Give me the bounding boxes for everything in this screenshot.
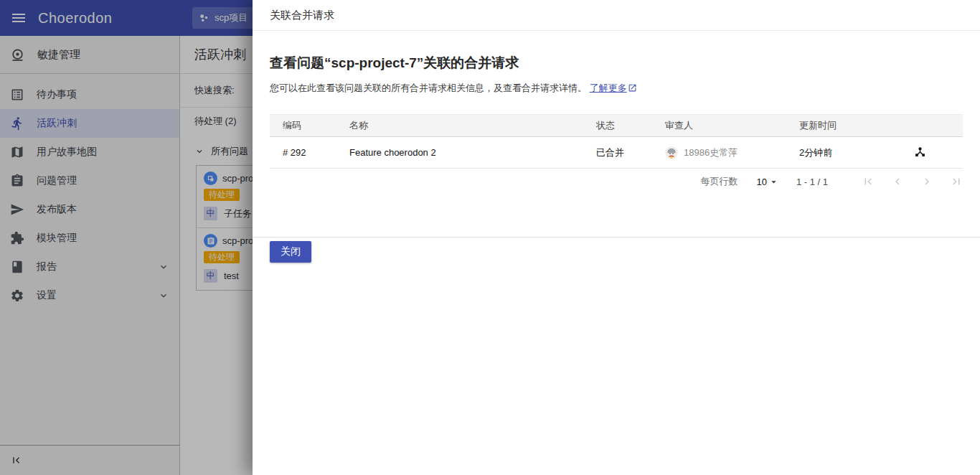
choerodon-app: Choerodon scp项目 敏捷管理 xyxy=(0,0,980,475)
drawer-title: 关联合并请求 xyxy=(270,9,334,22)
first-page-icon[interactable] xyxy=(862,175,875,188)
dropdown-caret-icon xyxy=(768,177,779,187)
table-header-row: 编码 名称 状态 审查人 更新时间 xyxy=(270,115,963,137)
learn-more-link[interactable]: 了解更多 xyxy=(590,83,637,93)
rows-per-page-label: 每页行数 xyxy=(700,175,738,188)
section-description: 您可以在此查看该问题关联的所有合并请求相关信息，及查看合并请求详情。 了解更多 xyxy=(270,82,963,95)
reviewer-cell: 18986史常萍 xyxy=(665,146,786,159)
open-in-new-icon xyxy=(628,83,637,93)
table-row: # 292 Feature choerodon 2 已合并 18986史常萍 xyxy=(270,137,963,169)
avatar xyxy=(665,146,678,159)
column-header-actions xyxy=(901,115,963,137)
page-size-value: 10 xyxy=(756,177,766,187)
next-page-icon[interactable] xyxy=(920,175,933,188)
description-text: 您可以在此查看该问题关联的所有合并请求相关信息，及查看合并请求详情。 xyxy=(270,83,587,93)
column-header-status: 状态 xyxy=(583,115,652,137)
branch-icon[interactable] xyxy=(914,146,926,158)
section-title: 查看问题“scp-project-7”关联的合并请求 xyxy=(270,54,963,72)
linked-merge-request-drawer: 关联合并请求 查看问题“scp-project-7”关联的合并请求 您可以在此查… xyxy=(253,0,980,475)
column-header-code: 编码 xyxy=(270,115,336,137)
drawer-body: 查看问题“scp-project-7”关联的合并请求 您可以在此查看该问题关联的… xyxy=(253,54,980,194)
column-header-name: 名称 xyxy=(336,115,583,137)
page-range: 1 - 1 / 1 xyxy=(796,177,828,187)
mr-updated: 2分钟前 xyxy=(786,137,901,169)
reviewer-name: 18986史常萍 xyxy=(684,146,738,159)
previous-page-icon[interactable] xyxy=(891,175,904,188)
close-button[interactable]: 关闭 xyxy=(270,241,311,263)
last-page-icon[interactable] xyxy=(950,175,963,188)
mr-code: # 292 xyxy=(270,137,336,169)
drawer-footer: 关闭 xyxy=(253,237,980,266)
pagination-bar: 每页行数 10 1 - 1 / 1 xyxy=(270,169,963,194)
column-header-reviewer: 审查人 xyxy=(652,115,786,137)
merge-request-table: 编码 名称 状态 审查人 更新时间 # 292 Feature choerodo… xyxy=(270,114,963,169)
page-size-select[interactable]: 10 xyxy=(756,177,778,187)
drawer-header: 关联合并请求 xyxy=(253,0,980,31)
mr-name: Feature choerodon 2 xyxy=(336,137,583,169)
mr-status: 已合并 xyxy=(583,137,652,169)
column-header-updated: 更新时间 xyxy=(786,115,901,137)
pagination-nav xyxy=(845,175,963,188)
